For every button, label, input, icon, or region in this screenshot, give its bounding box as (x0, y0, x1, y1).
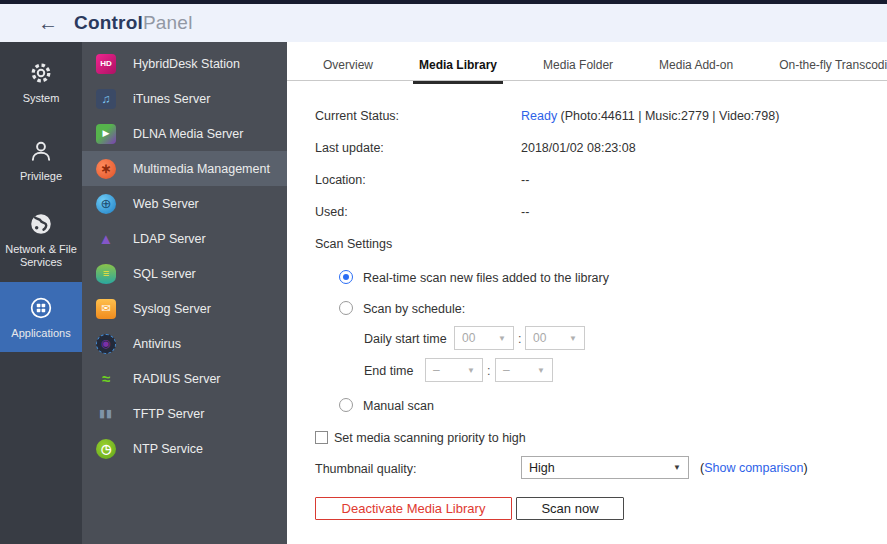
sidebar-item-dlna-media-server[interactable]: ▶ DLNA Media Server (82, 116, 287, 151)
status-detail-text: (Photo:44611 | Music:2779 | Video:798) (557, 109, 779, 123)
rail-item-applications[interactable]: Applications (0, 282, 82, 352)
page-title-bold: Control (74, 12, 143, 33)
chevron-down-icon: ▼ (537, 366, 545, 375)
page-title: ControlPanel (74, 12, 193, 34)
rail-item-system[interactable]: System (0, 50, 82, 114)
sidebar-item-label: RADIUS Server (133, 372, 221, 386)
show-comparison-link[interactable]: Show comparison (704, 461, 803, 475)
end-minute-select[interactable]: – ▼ (495, 358, 553, 382)
rail-item-privilege[interactable]: Privilege (0, 128, 82, 192)
daily-start-hour-select[interactable]: 00 ▼ (454, 326, 514, 350)
daily-start-hour-value: 00 (462, 331, 475, 345)
location-value: -- (521, 173, 529, 187)
category-rail: System Privilege Network & File Services… (0, 42, 82, 544)
page-title-light: Panel (143, 12, 193, 33)
rail-label: Applications (11, 327, 70, 340)
sidebar-item-ldap-server[interactable]: ▲ LDAP Server (82, 221, 287, 256)
sidebar-item-label: TFTP Server (133, 407, 204, 421)
main-panel: Overview Media Library Media Folder Medi… (287, 42, 887, 544)
priority-label: Set media scanning priority to high (334, 431, 526, 445)
daily-start-time-label: Daily start time (364, 332, 447, 346)
time-colon: : (518, 332, 521, 346)
chevron-down-icon: ▼ (498, 334, 506, 343)
sidebar-item-label: SQL server (133, 267, 196, 281)
sql-server-icon: ≡ (96, 264, 116, 284)
priority-checkbox[interactable] (315, 431, 328, 444)
tab-bar: Overview Media Library Media Folder Medi… (317, 54, 887, 84)
sidebar-item-antivirus[interactable]: ◉ Antivirus (82, 326, 287, 361)
current-status-label: Current Status: (315, 109, 399, 123)
manual-scan-label: Manual scan (363, 399, 434, 413)
chevron-down-icon: ▼ (673, 463, 681, 472)
tab-media-add-on[interactable]: Media Add-on (653, 54, 739, 84)
sidebar-item-label: NTP Service (133, 442, 203, 456)
sidebar-item-syslog-server[interactable]: ✉ Syslog Server (82, 291, 287, 326)
back-icon[interactable]: ← (38, 13, 58, 33)
sidebar-item-label: iTunes Server (133, 92, 210, 106)
realtime-scan-label: Real-time scan new files added to the li… (363, 271, 609, 285)
tftp-server-icon: ▮▮ (96, 404, 116, 424)
realtime-scan-radio[interactable] (339, 270, 353, 284)
deactivate-media-library-button[interactable]: Deactivate Media Library (315, 497, 512, 520)
rail-label: System (23, 92, 60, 105)
location-label: Location: (315, 173, 366, 187)
thumbnail-quality-select[interactable]: High ▼ (521, 456, 689, 479)
app-header: ← ControlPanel (0, 4, 887, 42)
rail-label: Network & File Services (0, 243, 82, 268)
used-label: Used: (315, 205, 348, 219)
end-time-label: End time (364, 364, 413, 378)
sidebar-item-label: DLNA Media Server (133, 127, 243, 141)
sidebar-item-label: Web Server (133, 197, 199, 211)
itunes-server-icon: ♫ (96, 89, 116, 109)
scan-settings-heading: Scan Settings (315, 237, 392, 251)
sidebar-item-web-server[interactable]: ⊕ Web Server (82, 186, 287, 221)
applications-grid-icon (28, 295, 54, 321)
sidebar-item-label: Multimedia Management (133, 162, 270, 176)
show-comparison-wrap: (Show comparison) (700, 461, 808, 475)
status-ready-text: Ready (521, 109, 557, 123)
tab-overview[interactable]: Overview (317, 54, 379, 84)
ldap-server-icon: ▲ (96, 229, 116, 249)
sidebar-item-multimedia-management[interactable]: ∗ Multimedia Management (82, 151, 287, 186)
thumbnail-quality-label: Thumbnail quality: (315, 462, 416, 476)
sidebar-item-ntp-service[interactable]: ◷ NTP Service (82, 431, 287, 466)
rail-label: Privilege (20, 170, 62, 183)
multimedia-management-icon: ∗ (96, 159, 116, 179)
web-server-icon: ⊕ (96, 194, 116, 214)
scan-by-schedule-label: Scan by schedule: (363, 302, 465, 316)
app-sidebar: HD HybridDesk Station ♫ iTunes Server ▶ … (82, 42, 287, 544)
chevron-down-icon: ▼ (467, 366, 475, 375)
time-colon: : (487, 364, 490, 378)
scan-by-schedule-radio[interactable] (339, 301, 353, 315)
last-update-label: Last update: (315, 141, 384, 155)
end-hour-select[interactable]: – ▼ (425, 358, 483, 382)
sidebar-item-itunes-server[interactable]: ♫ iTunes Server (82, 81, 287, 116)
tab-media-library[interactable]: Media Library (413, 54, 503, 84)
manual-scan-radio[interactable] (339, 398, 353, 412)
current-status-value: Ready (Photo:44611 | Music:2779 | Video:… (521, 109, 779, 123)
sidebar-item-label: HybridDesk Station (133, 57, 240, 71)
rail-item-network-file-services[interactable]: Network & File Services (0, 202, 82, 278)
sidebar-item-radius-server[interactable]: ≈ RADIUS Server (82, 361, 287, 396)
syslog-server-icon: ✉ (96, 299, 116, 319)
sidebar-item-sql-server[interactable]: ≡ SQL server (82, 256, 287, 291)
scan-now-button[interactable]: Scan now (516, 497, 624, 520)
antivirus-icon: ◉ (96, 334, 116, 354)
thumbnail-quality-value: High (529, 461, 555, 475)
end-hour-value: – (433, 363, 440, 377)
sidebar-item-label: Syslog Server (133, 302, 211, 316)
globe-icon (28, 211, 54, 237)
sidebar-item-tftp-server[interactable]: ▮▮ TFTP Server (82, 396, 287, 431)
tab-on-the-fly-transcoding-task[interactable]: On-the-fly Transcoding Task (773, 54, 887, 84)
ntp-service-icon: ◷ (96, 439, 116, 459)
sidebar-item-label: LDAP Server (133, 232, 206, 246)
gear-icon (28, 60, 54, 86)
end-minute-value: – (503, 363, 510, 377)
sidebar-item-label: Antivirus (133, 337, 181, 351)
daily-start-minute-select[interactable]: 00 ▼ (525, 326, 585, 350)
used-value: -- (521, 205, 529, 219)
tab-media-folder[interactable]: Media Folder (537, 54, 619, 84)
sidebar-item-hybriddesk-station[interactable]: HD HybridDesk Station (82, 46, 287, 81)
paren-close: ) (804, 461, 808, 475)
last-update-value: 2018/01/02 08:23:08 (521, 141, 636, 155)
